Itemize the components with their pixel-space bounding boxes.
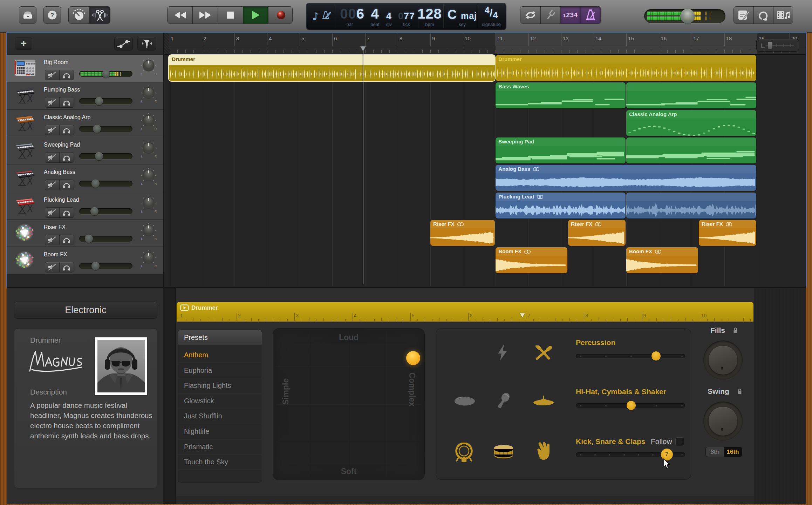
volume-thumb[interactable]: [91, 262, 100, 270]
pan-knob[interactable]: [141, 167, 157, 183]
track-row-pumping-bass[interactable]: Pumping Bass LR: [7, 82, 163, 110]
solo-button[interactable]: [60, 180, 74, 190]
solo-button[interactable]: [60, 262, 74, 272]
region-riser-fx[interactable]: Riser FX: [430, 220, 495, 246]
zoom-thumb[interactable]: [768, 42, 772, 49]
forward-button[interactable]: [193, 7, 218, 23]
volume-thumb[interactable]: [93, 125, 101, 133]
volume-slider[interactable]: [79, 126, 132, 132]
smart-controls-button[interactable]: [69, 7, 89, 23]
swing-16th-button[interactable]: 16th: [724, 447, 742, 457]
automation-button[interactable]: [115, 37, 132, 50]
fills-knob[interactable]: [703, 341, 743, 380]
tambourine-icon[interactable]: [454, 395, 476, 407]
play-button[interactable]: [243, 7, 268, 23]
quick-help-button[interactable]: ?: [44, 7, 61, 23]
mute-button[interactable]: [45, 208, 59, 217]
volume-thumb[interactable]: [85, 235, 93, 243]
zoom-slider[interactable]: [757, 39, 799, 51]
rewind-button[interactable]: [168, 7, 192, 23]
track-row-boom-fx[interactable]: Boom FX LR: [7, 247, 163, 274]
snare-drum-icon[interactable]: [493, 444, 514, 460]
stop-button[interactable]: [218, 7, 243, 23]
pan-knob[interactable]: [141, 85, 157, 101]
track-row-classic-analog-arp[interactable]: Classic Analog Arp LR: [7, 110, 163, 137]
lcd-metronome-icon[interactable]: [321, 10, 332, 21]
library-button[interactable]: [19, 7, 36, 23]
volume-slider[interactable]: [79, 71, 132, 77]
fills-lock-icon[interactable]: [733, 327, 738, 334]
region-sweeping-pad[interactable]: Sweeping Pad: [496, 137, 626, 163]
volume-slider[interactable]: [79, 98, 132, 104]
media-browser-button[interactable]: [773, 7, 793, 23]
lcd-display[interactable]: 00644077128C maj4/4barbeatdivtickbpmkeys…: [306, 3, 506, 30]
volume-thumb[interactable]: [95, 152, 103, 160]
swing-knob[interactable]: [703, 402, 743, 441]
preset-item-flashing-lights[interactable]: Flashing Lights: [178, 378, 262, 393]
solo-button[interactable]: [60, 235, 74, 245]
mute-button[interactable]: [45, 262, 59, 272]
volume-thumb[interactable]: [95, 97, 103, 105]
drum-row-slider[interactable]: [576, 403, 685, 408]
preset-item-nightlife[interactable]: Nightlife: [178, 424, 262, 439]
count-in-button[interactable]: 1234: [560, 7, 580, 23]
master-volume-slider[interactable]: [644, 9, 725, 23]
preset-item-anthem[interactable]: Anthem: [178, 348, 262, 363]
region-boom-fx[interactable]: Boom FX: [496, 247, 567, 273]
solo-button[interactable]: [60, 208, 74, 217]
preset-item-just-shufflin[interactable]: Just Shufflin: [178, 409, 262, 424]
preset-item-euphoria[interactable]: Euphoria: [178, 363, 262, 378]
region-bluedim[interactable]: [626, 193, 756, 218]
region-boom-fx[interactable]: Boom FX: [626, 247, 698, 273]
lightning-icon[interactable]: [496, 344, 510, 361]
master-volume-knob[interactable]: [680, 9, 695, 23]
pan-knob[interactable]: [141, 113, 157, 129]
pan-knob[interactable]: [141, 140, 157, 156]
region-bass-waves[interactable]: Bass Waves: [496, 82, 626, 108]
editor-region-bar[interactable]: Drummer 12345678910: [177, 302, 753, 322]
region-riser-fx[interactable]: Riser FX: [699, 220, 756, 246]
volume-slider[interactable]: [79, 263, 132, 269]
tuner-button[interactable]: [540, 7, 560, 23]
cycle-button[interactable]: [520, 7, 540, 23]
region-riser-fx[interactable]: Riser FX: [568, 220, 626, 246]
genre-button[interactable]: Electronic: [14, 302, 157, 318]
solo-button[interactable]: [60, 125, 74, 135]
solo-button[interactable]: [60, 97, 74, 107]
follow-checkbox[interactable]: [676, 438, 684, 446]
timeline[interactable]: 1234567891011121314151617181920 DrummerD…: [163, 33, 805, 287]
volume-thumb[interactable]: [90, 207, 98, 215]
hihat-icon[interactable]: [533, 396, 554, 410]
mute-button[interactable]: [45, 153, 59, 162]
editor-play-icon[interactable]: [180, 304, 189, 311]
volume-slider[interactable]: [79, 208, 132, 214]
volume-slider[interactable]: [79, 236, 132, 242]
volume-slider[interactable]: [79, 181, 132, 187]
swing-8th-button[interactable]: 8th: [706, 447, 724, 457]
region-classic-analog-arp[interactable]: Classic Analog Arp: [626, 110, 756, 136]
metronome-button[interactable]: [580, 7, 601, 23]
drum-slider-thumb[interactable]: [627, 401, 636, 410]
drumsticks-icon[interactable]: [534, 345, 553, 361]
track-row-big-room[interactable]: Big Room LR: [7, 55, 163, 82]
region-drummer[interactable]: Drummer: [169, 55, 495, 81]
preset-item-touch-the-sky[interactable]: Touch the Sky: [178, 454, 262, 470]
pan-knob[interactable]: [141, 222, 157, 238]
xy-pad[interactable]: Loud Soft Simple Complex: [273, 329, 424, 480]
pan-knob[interactable]: [141, 250, 157, 266]
swing-lock-icon[interactable]: [737, 388, 742, 395]
drum-row-slider[interactable]: 7: [576, 452, 685, 457]
region-green[interactable]: [626, 82, 756, 108]
mute-button[interactable]: [45, 97, 59, 107]
region-analog-bass[interactable]: Analog Bass: [496, 165, 756, 191]
note-pads-button[interactable]: [734, 7, 753, 23]
kick-drum-icon[interactable]: [455, 443, 473, 462]
pan-knob[interactable]: [141, 195, 157, 211]
region-drummer[interactable]: Drummer: [496, 55, 756, 81]
volume-slider[interactable]: [79, 153, 132, 159]
solo-button[interactable]: [60, 70, 74, 80]
track-row-sweeping-pad[interactable]: Sweeping Pad LR: [7, 137, 163, 164]
mute-button[interactable]: [45, 235, 59, 245]
shaker-icon[interactable]: [496, 392, 511, 410]
mute-button[interactable]: [45, 125, 59, 135]
